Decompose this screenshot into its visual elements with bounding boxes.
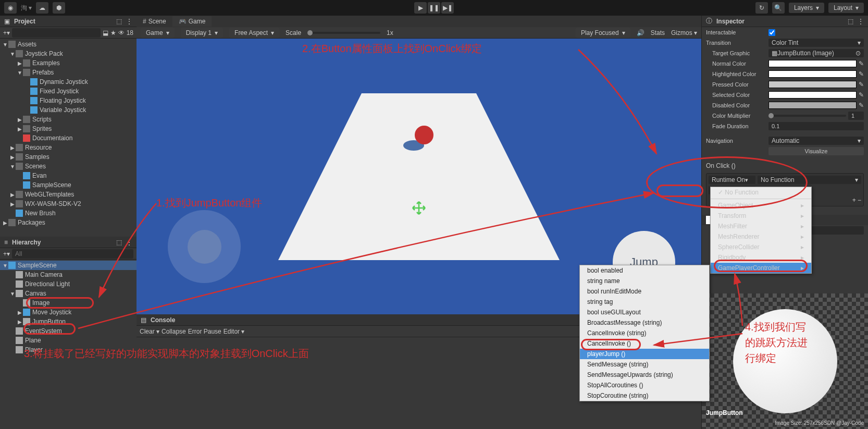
undo-history-icon[interactable]: ↻	[755, 2, 768, 14]
selected-color-swatch[interactable]	[768, 91, 857, 99]
hierarchy-search[interactable]	[12, 249, 133, 259]
joystick-thumb[interactable]	[188, 230, 221, 264]
tree-item[interactable]: Floating Joystick	[0, 96, 137, 105]
menu-icon[interactable]: ⋮	[126, 18, 132, 25]
menu-item[interactable]: Rigidbody▸	[711, 252, 811, 263]
eyedropper-icon[interactable]: ✎	[859, 102, 864, 109]
menu-item[interactable]: MeshRenderer▸	[711, 231, 811, 242]
tree-item[interactable]: Variable Joystick	[0, 105, 137, 115]
tree-item[interactable]: Directional Light	[0, 279, 137, 289]
eyedropper-icon[interactable]: ✎	[859, 81, 864, 88]
function-list-menu[interactable]: bool enabledstring namebool runInEditMod…	[579, 265, 710, 401]
eyedropper-icon[interactable]: ✎	[859, 91, 864, 99]
add-button[interactable]: +▾	[3, 250, 10, 258]
clear-button[interactable]: Clear ▾	[140, 328, 159, 335]
lock-icon[interactable]: ⬚	[116, 239, 122, 246]
tree-item[interactable]: Plane	[0, 336, 137, 345]
scene-tab[interactable]: #Scene	[137, 16, 172, 27]
menu-item[interactable]: BroadcastMessage (string)	[580, 317, 709, 328]
tree-item[interactable]: ▶Scripts	[0, 115, 137, 124]
gizmos-toggle[interactable]: Gizmos ▾	[671, 29, 697, 36]
fade-duration-field[interactable]: 0.1	[768, 122, 864, 130]
tree-item[interactable]: ▶Samples	[0, 152, 137, 162]
collapse-toggle[interactable]: Collapse	[162, 328, 186, 335]
stats-toggle[interactable]: Stats	[651, 29, 665, 36]
menu-item[interactable]: bool enabled	[580, 265, 709, 276]
runtime-dropdown[interactable]: Runtime On▾	[709, 176, 755, 184]
project-search[interactable]	[12, 28, 101, 38]
highlighted-color-swatch[interactable]	[768, 70, 857, 78]
menu-item[interactable]: SendMessageUpwards (string)	[580, 370, 709, 380]
package-icon[interactable]: ⬢	[53, 2, 65, 14]
tree-item[interactable]: ▼SampleScene	[0, 261, 137, 270]
mute-icon[interactable]: 🔊	[637, 29, 644, 36]
menu-item[interactable]: SphereCollider▸	[711, 242, 811, 252]
game-tab[interactable]: 🎮Game	[172, 16, 212, 27]
layout-dropdown[interactable]: Layout ▾	[828, 3, 864, 13]
tree-item[interactable]: ▼Scenes	[0, 162, 137, 171]
menu-item[interactable]: CancelInvoke ()	[580, 338, 709, 349]
color-multiplier-value[interactable]: 1	[848, 112, 864, 120]
menu-item[interactable]: StopAllCoroutines ()	[580, 380, 709, 390]
menu-item[interactable]: CancelInvoke (string)	[580, 328, 709, 338]
joystick[interactable]	[168, 210, 241, 283]
menu-icon[interactable]: ⋮	[126, 239, 132, 246]
menu-icon[interactable]: ⋮	[858, 18, 864, 25]
scale-slider[interactable]	[307, 32, 380, 34]
eyedropper-icon[interactable]: ✎	[859, 60, 864, 67]
menu-item[interactable]: string tag	[580, 297, 709, 307]
tree-item[interactable]: ▼Prefabs	[0, 68, 137, 77]
tree-item[interactable]: ▶Resource	[0, 143, 137, 152]
account-icon[interactable]: ◉	[4, 2, 17, 14]
play-button[interactable]: ▶	[414, 2, 427, 14]
play-focused-dropdown[interactable]: Play Focused ▾	[576, 28, 630, 38]
disabled-color-swatch[interactable]	[768, 102, 857, 109]
normal-color-swatch[interactable]	[768, 60, 857, 67]
game-dropdown[interactable]: Game ▾	[141, 28, 175, 38]
function-dropdown[interactable]: No Function▾	[758, 176, 861, 184]
interactable-checkbox[interactable]	[768, 29, 775, 36]
lock-icon[interactable]: ⬚	[116, 18, 122, 25]
menu-item[interactable]: StopCoroutine (string)	[580, 390, 709, 401]
tree-item[interactable]: ▶JumpButton	[0, 317, 137, 326]
tree-item[interactable]: ▶Examples	[0, 58, 137, 68]
tree-item[interactable]: Main Camera	[0, 270, 137, 279]
lock-icon[interactable]: ⬚	[848, 18, 853, 25]
menu-item[interactable]: MeshFilter▸	[711, 221, 811, 231]
favorite-icon[interactable]: ★	[110, 29, 116, 36]
tree-item[interactable]: ▼Assets	[0, 40, 137, 49]
tree-item[interactable]: Documentaion	[0, 133, 137, 143]
tree-item[interactable]: SampleScene	[0, 180, 137, 190]
transition-field[interactable]: Color Tint▾	[768, 39, 864, 47]
tree-item[interactable]: New Brush	[0, 209, 137, 218]
display-dropdown[interactable]: Display 1 ▾	[181, 28, 223, 38]
layers-dropdown[interactable]: Layers ▾	[789, 3, 824, 13]
project-tree[interactable]: ▼Assets▼Joystick Pack▶Examples▼PrefabsDy…	[0, 39, 137, 237]
menu-item[interactable]: string name	[580, 276, 709, 286]
tree-item[interactable]: ▶Packages	[0, 218, 137, 227]
pause-button[interactable]: ❚❚	[428, 2, 440, 14]
hidden-icon[interactable]: 👁	[118, 29, 125, 36]
tree-item[interactable]: ▶Move Joystick	[0, 308, 137, 317]
tree-item[interactable]: ▶WX-WASM-SDK-V2	[0, 199, 137, 209]
filter-icon[interactable]: ⬓	[103, 29, 108, 36]
target-graphic-field[interactable]: ▦JumpButton (Image)⊙	[768, 49, 864, 57]
editor-dropdown[interactable]: Editor ▾	[224, 328, 245, 335]
navigation-field[interactable]: Automatic▾	[768, 137, 864, 145]
search-icon[interactable]: 🔍	[772, 2, 785, 14]
tree-item[interactable]: ▶WebGLTemplates	[0, 190, 137, 199]
menu-item[interactable]: GamePlayerController▸	[711, 263, 811, 273]
function-type-menu[interactable]: ✓ No FunctionGameObject▸Transform▸MeshFi…	[710, 187, 812, 274]
menu-item[interactable]: playerJump ()	[580, 349, 709, 359]
tree-item[interactable]: Image	[0, 298, 137, 308]
cloud-icon[interactable]: ☁	[36, 2, 48, 14]
eyedropper-icon[interactable]: ✎	[859, 70, 864, 78]
error-pause-toggle[interactable]: Error Pause	[188, 328, 221, 335]
step-button[interactable]: ▶❚	[441, 2, 454, 14]
pressed-color-swatch[interactable]	[768, 81, 857, 88]
color-multiplier-slider[interactable]	[768, 115, 846, 117]
menu-item[interactable]: bool useGUILayout	[580, 307, 709, 317]
visualize-button[interactable]: Visualize	[768, 147, 864, 155]
tree-item[interactable]: Dynamic Joystick	[0, 77, 137, 87]
menu-item[interactable]: GameObject▸	[711, 200, 811, 211]
